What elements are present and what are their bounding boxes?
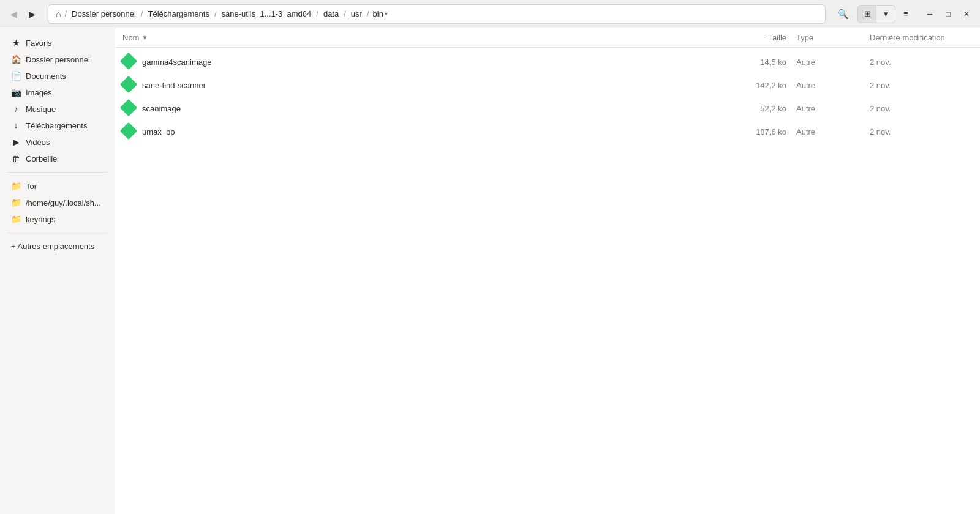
file-modified-cell: 2 nov. (870, 104, 980, 113)
breadcrumb-item-3[interactable]: data (320, 8, 342, 20)
col-modified-header[interactable]: Dernière modification (870, 33, 980, 42)
col-size-label: Taille (768, 33, 786, 42)
videos-icon: ▶ (11, 137, 21, 147)
file-pane: Nom ▼ Taille Type Dernière modification … (115, 28, 980, 514)
grid-view-button[interactable]: ⊞ (858, 6, 876, 23)
file-name-text: gamma4scanimage (142, 58, 211, 67)
downloads-icon: ↓ (11, 121, 21, 130)
file-modified-cell: 2 nov. (870, 58, 980, 67)
breadcrumb-sep-3: / (315, 9, 320, 18)
images-icon: 📷 (11, 88, 21, 97)
file-list: gamma4scanimage 14,5 ko Autre 2 nov. san… (115, 48, 980, 514)
view-dropdown-button[interactable]: ▾ (876, 6, 895, 23)
titlebar: ◀ ▶ ⌂ / Dossier personnel / Téléchargeme… (0, 0, 980, 28)
file-icon-2 (123, 102, 136, 115)
file-icon-3 (123, 125, 136, 138)
sidebar-divider (7, 172, 107, 173)
keyrings-folder-icon: 📁 (11, 214, 21, 224)
table-row[interactable]: umax_pp 187,6 ko Autre 2 nov. (115, 120, 980, 143)
file-size-cell: 142,2 ko (723, 81, 796, 90)
sidebar-item-keyrings[interactable]: 📁 keyrings (4, 211, 111, 227)
file-size-cell: 187,6 ko (723, 127, 796, 136)
sidebar-item-musique[interactable]: ♪ Musique (4, 101, 111, 117)
table-row[interactable]: scanimage 52,2 ko Autre 2 nov. (115, 97, 980, 120)
breadcrumb-item-2[interactable]: sane-utils_1...1-3_amd64 (218, 8, 315, 20)
sidebar-label-telechargements: Téléchargements (26, 121, 104, 130)
list-view-button[interactable]: ≡ (897, 6, 915, 23)
file-size-cell: 14,5 ko (723, 58, 796, 67)
sidebar-label-musique: Musique (26, 105, 104, 114)
table-row[interactable]: sane-find-scanner 142,2 ko Autre 2 nov. (115, 73, 980, 97)
close-icon: ✕ (963, 10, 970, 18)
minimize-button[interactable]: ─ (921, 6, 938, 23)
file-name-text: scanimage (142, 104, 181, 113)
sidebar-label-favoris: Favoris (26, 39, 104, 48)
sidebar-label-documents: Documents (26, 72, 104, 81)
breadcrumb-item-1[interactable]: Téléchargements (145, 8, 213, 20)
table-row[interactable]: gamma4scanimage 14,5 ko Autre 2 nov. (115, 50, 980, 73)
sidebar-item-documents[interactable]: 📄 Documents (4, 68, 111, 84)
file-type-cell: Autre (796, 104, 870, 113)
sidebar-label-dossier-personnel: Dossier personnel (26, 55, 104, 64)
column-headers: Nom ▼ Taille Type Dernière modification (115, 28, 980, 48)
sidebar-item-tor[interactable]: 📁 Tor (4, 178, 111, 194)
sidebar-label-local-sh: /home/guy/.local/sh... (26, 198, 104, 207)
sidebar-item-videos[interactable]: ▶ Vidéos (4, 134, 111, 150)
col-size-header[interactable]: Taille (723, 33, 796, 42)
view-toggle-group: ⊞ ▾ (858, 5, 895, 23)
col-modified-label: Dernière modification (870, 33, 945, 42)
home-folder-icon: 🏠 (11, 54, 21, 64)
breadcrumb-sep-5: / (366, 9, 371, 18)
col-name-label: Nom (123, 33, 139, 42)
sidebar-label-videos: Vidéos (26, 138, 104, 147)
breadcrumb: ⌂ / Dossier personnel / Téléchargements … (48, 4, 826, 24)
breadcrumb-item-4[interactable]: usr (347, 8, 366, 20)
back-button[interactable]: ◀ (5, 6, 22, 23)
col-name-header[interactable]: Nom ▼ (115, 33, 723, 42)
file-name-cell: umax_pp (115, 125, 723, 138)
sidebar-favorites-section: ★ Favoris 🏠 Dossier personnel 📄 Document… (0, 33, 115, 168)
star-icon: ★ (11, 38, 21, 48)
sidebar-item-dossier-personnel[interactable]: 🏠 Dossier personnel (4, 51, 111, 67)
sidebar-bookmarks-section: 📁 Tor 📁 /home/guy/.local/sh... 📁 keyring… (0, 176, 115, 229)
file-type-cell: Autre (796, 127, 870, 136)
col-type-header[interactable]: Type (796, 33, 870, 42)
breadcrumb-last-label: bin (373, 9, 383, 18)
breadcrumb-item-0[interactable]: Dossier personnel (68, 8, 140, 20)
sidebar-item-images[interactable]: 📷 Images (4, 84, 111, 100)
breadcrumb-item-5[interactable]: bin ▾ (371, 8, 390, 20)
sidebar-label-images: Images (26, 88, 104, 97)
sidebar-divider-2 (7, 233, 107, 233)
search-button[interactable]: 🔍 (833, 4, 853, 24)
nav-buttons: ◀ ▶ (5, 6, 40, 23)
trash-icon: 🗑 (11, 154, 21, 163)
breadcrumb-dropdown-icon: ▾ (385, 10, 388, 17)
forward-button[interactable]: ▶ (23, 6, 40, 23)
sort-icon: ▼ (141, 34, 148, 41)
sidebar-item-local-sh[interactable]: 📁 /home/guy/.local/sh... (4, 195, 111, 210)
view-controls: ⊞ ▾ ≡ (858, 5, 915, 23)
sidebar-other-section: + Autres emplacements (0, 237, 115, 256)
local-sh-folder-icon: 📁 (11, 198, 21, 207)
list-icon: ≡ (903, 9, 908, 18)
main-area: ★ Favoris 🏠 Dossier personnel 📄 Document… (0, 28, 980, 514)
sidebar-item-other-places[interactable]: + Autres emplacements (4, 239, 111, 254)
breadcrumb-sep-1: / (140, 9, 145, 18)
sidebar-item-telechargements[interactable]: ↓ Téléchargements (4, 117, 111, 133)
breadcrumb-sep-4: / (342, 9, 347, 18)
music-icon: ♪ (11, 104, 21, 114)
close-button[interactable]: ✕ (958, 6, 975, 23)
sidebar-item-favoris[interactable]: ★ Favoris (4, 35, 111, 51)
file-modified-cell: 2 nov. (870, 127, 980, 136)
sidebar-item-corbeille[interactable]: 🗑 Corbeille (4, 151, 111, 166)
file-modified-cell: 2 nov. (870, 81, 980, 90)
chevron-down-icon: ▾ (884, 9, 888, 18)
file-name-cell: sane-find-scanner (115, 78, 723, 92)
breadcrumb-home[interactable]: ⌂ (53, 8, 63, 20)
tor-folder-icon: 📁 (11, 181, 21, 191)
maximize-button[interactable]: □ (940, 6, 957, 23)
breadcrumb-sep-2: / (213, 9, 218, 18)
sidebar-label-keyrings: keyrings (26, 215, 104, 224)
maximize-icon: □ (946, 10, 950, 18)
file-icon-1 (123, 78, 136, 92)
